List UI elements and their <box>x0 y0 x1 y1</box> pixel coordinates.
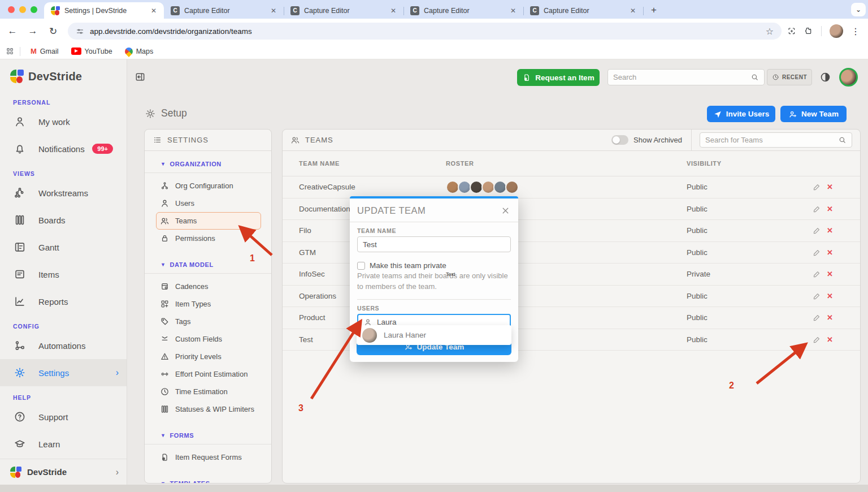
show-archived-toggle[interactable] <box>611 135 628 145</box>
edit-team-icon[interactable] <box>813 183 821 191</box>
settings-nav-item[interactable]: Time Estimation <box>156 383 261 400</box>
sidebar-item[interactable]: My work <box>0 108 127 135</box>
reload-button[interactable]: ↻ <box>45 25 61 37</box>
browser-menu-icon[interactable]: ⋮ <box>851 26 860 37</box>
team-name-input[interactable] <box>363 240 505 249</box>
forward-button[interactable]: → <box>25 25 41 37</box>
settings-nav-item[interactable]: Statuses & WIP Limiters <box>156 400 261 418</box>
bookmark-youtube[interactable]: YouTube <box>67 48 117 55</box>
minimize-window-button[interactable] <box>19 6 26 13</box>
teams-panel-header: TEAMS Show Archived <box>283 130 860 151</box>
global-search-input[interactable] <box>613 73 750 81</box>
site-settings-icon[interactable] <box>76 27 84 36</box>
delete-team-icon[interactable]: ✕ <box>827 335 833 344</box>
sidebar-item[interactable]: Learn <box>0 430 127 458</box>
settings-nav-item[interactable]: Custom Fields <box>156 330 261 348</box>
sidebar-item[interactable]: Settings › <box>0 359 127 386</box>
group-data-model[interactable]: ▼DATA MODEL <box>145 252 271 274</box>
window-controls[interactable] <box>0 0 44 19</box>
close-window-button[interactable] <box>8 6 15 13</box>
teams-search[interactable] <box>700 132 852 148</box>
close-icon[interactable] <box>501 206 510 215</box>
browser-tab[interactable]: C Capture Editor ✕ <box>523 3 643 19</box>
user-avatar[interactable] <box>839 68 858 87</box>
sidebar-footer[interactable]: DevStride › <box>0 459 127 485</box>
tab-close-icon[interactable]: ✕ <box>509 6 518 15</box>
bookmark-star-icon[interactable]: ☆ <box>766 26 774 37</box>
url-text[interactable]: app.devstride.com/devstride/organization… <box>90 27 252 36</box>
theme-toggle-icon[interactable] <box>819 71 831 83</box>
new-team-button[interactable]: New Team <box>780 106 847 122</box>
group-forms[interactable]: ▼FORMS <box>145 422 271 444</box>
tab-search-chevron-icon[interactable]: ⌄ <box>851 3 866 16</box>
sidebar-item-label: Notifications <box>38 144 85 154</box>
delete-team-icon[interactable]: ✕ <box>827 226 833 235</box>
delete-team-icon[interactable]: ✕ <box>827 270 833 278</box>
recent-button[interactable]: RECENT <box>767 69 812 85</box>
new-tab-button[interactable]: + <box>646 3 661 18</box>
edit-team-icon[interactable] <box>813 270 821 278</box>
tab-close-icon[interactable]: ✕ <box>149 6 158 15</box>
team-visibility: Public <box>687 226 800 235</box>
settings-nav-item[interactable]: Effort Point Estimation <box>156 365 261 383</box>
sidebar-item[interactable]: Automations <box>0 332 127 359</box>
global-search[interactable] <box>607 69 765 85</box>
sidebar-item[interactable]: Support <box>0 403 127 430</box>
settings-panel-header: SETTINGS <box>145 130 271 151</box>
delete-team-icon[interactable]: ✕ <box>827 205 833 213</box>
request-an-item-button[interactable]: Request an Item <box>517 69 600 86</box>
browser-tab[interactable]: Settings | DevStride ✕ <box>44 2 164 19</box>
sidebar-item[interactable]: Notifications 99+ <box>0 135 127 162</box>
teams-search-input[interactable] <box>705 136 838 144</box>
edit-team-icon[interactable] <box>813 335 821 344</box>
extensions-icon[interactable] <box>804 27 813 36</box>
team-name-field[interactable] <box>357 236 511 252</box>
sidebar-item[interactable]: Reports <box>0 288 127 315</box>
sidebar-item[interactable]: Workstreams <box>0 179 127 206</box>
edit-team-icon[interactable] <box>813 313 821 322</box>
edit-team-icon[interactable] <box>813 292 821 300</box>
browser-profile-avatar[interactable] <box>830 24 843 38</box>
settings-nav-label: Users <box>175 199 194 208</box>
zoom-window-button[interactable] <box>31 6 37 13</box>
address-bar[interactable]: app.devstride.com/devstride/organization… <box>68 23 782 40</box>
settings-nav-item[interactable]: Permissions <box>156 230 261 247</box>
sidebar-item[interactable]: Boards <box>0 206 127 234</box>
collapse-sidebar-icon[interactable] <box>134 71 147 83</box>
capture-icon[interactable] <box>787 27 796 36</box>
settings-nav-item[interactable]: Users <box>156 195 261 212</box>
edit-team-icon[interactable] <box>813 226 821 235</box>
clock-icon <box>160 387 170 396</box>
invite-users-button[interactable]: Invite Users <box>707 106 775 122</box>
user-suggestion-item[interactable]: Laura Haner <box>357 325 511 345</box>
settings-nav-item[interactable]: Teams <box>156 212 261 230</box>
edit-team-icon[interactable] <box>813 205 821 213</box>
bookmark-maps[interactable]: Maps <box>120 48 158 55</box>
tab-close-icon[interactable]: ✕ <box>628 6 637 15</box>
back-button[interactable]: ← <box>5 25 20 37</box>
settings-nav-item[interactable]: Tags <box>156 313 261 330</box>
browser-tab[interactable]: C Capture Editor ✕ <box>164 3 284 19</box>
settings-nav-item[interactable]: Priority Levels <box>156 348 261 365</box>
delete-team-icon[interactable]: ✕ <box>827 292 833 300</box>
settings-nav-item[interactable]: Item Types <box>156 295 261 313</box>
private-checkbox[interactable] <box>357 262 365 270</box>
settings-nav-item[interactable]: Org Configuration <box>156 177 261 195</box>
browser-tab[interactable]: C Capture Editor ✕ <box>284 3 403 19</box>
browser-tab[interactable]: C Capture Editor ✕ <box>403 3 523 19</box>
sidebar-item[interactable]: Items <box>0 261 127 288</box>
settings-nav-item[interactable]: Cadences <box>156 278 261 295</box>
app-logo[interactable]: DevStride <box>0 59 127 91</box>
apps-grid-icon[interactable] <box>6 47 14 55</box>
tab-close-icon[interactable]: ✕ <box>269 6 278 15</box>
delete-team-icon[interactable]: ✕ <box>827 248 833 257</box>
tab-close-icon[interactable]: ✕ <box>389 6 398 15</box>
group-templates[interactable]: ▼TEMPLATES <box>145 471 271 484</box>
group-organization[interactable]: ▼ORGANIZATION <box>145 151 271 173</box>
delete-team-icon[interactable]: ✕ <box>827 313 833 322</box>
edit-team-icon[interactable] <box>813 248 821 257</box>
settings-nav-item[interactable]: Item Request Forms <box>156 448 261 466</box>
sidebar-item[interactable]: Gantt <box>0 234 127 261</box>
delete-team-icon[interactable]: ✕ <box>827 183 833 191</box>
bookmark-gmail[interactable]: MGmail <box>26 47 63 55</box>
